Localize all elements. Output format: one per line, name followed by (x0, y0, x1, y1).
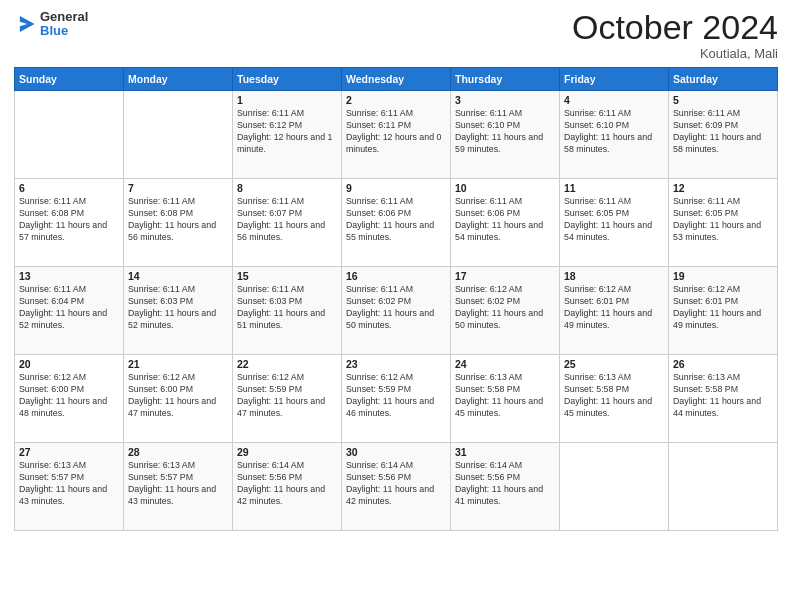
day-info: Sunrise: 6:11 AMSunset: 6:03 PMDaylight:… (237, 284, 337, 332)
day-info: Sunrise: 6:11 AMSunset: 6:08 PMDaylight:… (128, 196, 228, 244)
day-info: Sunrise: 6:11 AMSunset: 6:03 PMDaylight:… (128, 284, 228, 332)
logo-icon (14, 13, 36, 35)
day-info: Sunrise: 6:12 AMSunset: 6:01 PMDaylight:… (673, 284, 773, 332)
calendar-header-row: Sunday Monday Tuesday Wednesday Thursday… (15, 68, 778, 91)
calendar-week-row: 13Sunrise: 6:11 AMSunset: 6:04 PMDayligh… (15, 267, 778, 355)
day-number: 18 (564, 270, 664, 282)
col-thursday: Thursday (451, 68, 560, 91)
table-row: 1Sunrise: 6:11 AMSunset: 6:12 PMDaylight… (233, 91, 342, 179)
day-info: Sunrise: 6:14 AMSunset: 5:56 PMDaylight:… (237, 460, 337, 508)
table-row: 21Sunrise: 6:12 AMSunset: 6:00 PMDayligh… (124, 355, 233, 443)
table-row: 9Sunrise: 6:11 AMSunset: 6:06 PMDaylight… (342, 179, 451, 267)
table-row: 26Sunrise: 6:13 AMSunset: 5:58 PMDayligh… (669, 355, 778, 443)
day-info: Sunrise: 6:12 AMSunset: 6:00 PMDaylight:… (19, 372, 119, 420)
day-info: Sunrise: 6:12 AMSunset: 6:00 PMDaylight:… (128, 372, 228, 420)
day-number: 5 (673, 94, 773, 106)
table-row: 22Sunrise: 6:12 AMSunset: 5:59 PMDayligh… (233, 355, 342, 443)
day-info: Sunrise: 6:12 AMSunset: 6:01 PMDaylight:… (564, 284, 664, 332)
day-number: 25 (564, 358, 664, 370)
logo-blue: Blue (40, 24, 88, 38)
table-row: 25Sunrise: 6:13 AMSunset: 5:58 PMDayligh… (560, 355, 669, 443)
svg-marker-0 (20, 16, 35, 32)
table-row: 15Sunrise: 6:11 AMSunset: 6:03 PMDayligh… (233, 267, 342, 355)
logo-general: General (40, 10, 88, 24)
day-info: Sunrise: 6:14 AMSunset: 5:56 PMDaylight:… (346, 460, 446, 508)
page: General Blue October 2024 Koutiala, Mali… (0, 0, 792, 612)
col-sunday: Sunday (15, 68, 124, 91)
header: General Blue October 2024 Koutiala, Mali (14, 10, 778, 61)
calendar-table: Sunday Monday Tuesday Wednesday Thursday… (14, 67, 778, 531)
table-row: 10Sunrise: 6:11 AMSunset: 6:06 PMDayligh… (451, 179, 560, 267)
day-info: Sunrise: 6:11 AMSunset: 6:09 PMDaylight:… (673, 108, 773, 156)
day-number: 27 (19, 446, 119, 458)
day-number: 11 (564, 182, 664, 194)
table-row: 2Sunrise: 6:11 AMSunset: 6:11 PMDaylight… (342, 91, 451, 179)
table-row: 3Sunrise: 6:11 AMSunset: 6:10 PMDaylight… (451, 91, 560, 179)
day-info: Sunrise: 6:11 AMSunset: 6:05 PMDaylight:… (673, 196, 773, 244)
day-number: 20 (19, 358, 119, 370)
location: Koutiala, Mali (572, 46, 778, 61)
day-number: 23 (346, 358, 446, 370)
day-number: 3 (455, 94, 555, 106)
table-row: 28Sunrise: 6:13 AMSunset: 5:57 PMDayligh… (124, 443, 233, 531)
day-info: Sunrise: 6:12 AMSunset: 5:59 PMDaylight:… (346, 372, 446, 420)
col-saturday: Saturday (669, 68, 778, 91)
day-info: Sunrise: 6:14 AMSunset: 5:56 PMDaylight:… (455, 460, 555, 508)
day-info: Sunrise: 6:11 AMSunset: 6:11 PMDaylight:… (346, 108, 446, 156)
table-row: 7Sunrise: 6:11 AMSunset: 6:08 PMDaylight… (124, 179, 233, 267)
col-friday: Friday (560, 68, 669, 91)
day-number: 31 (455, 446, 555, 458)
table-row: 31Sunrise: 6:14 AMSunset: 5:56 PMDayligh… (451, 443, 560, 531)
day-info: Sunrise: 6:13 AMSunset: 5:57 PMDaylight:… (128, 460, 228, 508)
day-number: 24 (455, 358, 555, 370)
day-number: 9 (346, 182, 446, 194)
col-monday: Monday (124, 68, 233, 91)
day-number: 8 (237, 182, 337, 194)
day-number: 22 (237, 358, 337, 370)
table-row (124, 91, 233, 179)
table-row: 30Sunrise: 6:14 AMSunset: 5:56 PMDayligh… (342, 443, 451, 531)
table-row: 20Sunrise: 6:12 AMSunset: 6:00 PMDayligh… (15, 355, 124, 443)
table-row (15, 91, 124, 179)
day-number: 14 (128, 270, 228, 282)
table-row: 4Sunrise: 6:11 AMSunset: 6:10 PMDaylight… (560, 91, 669, 179)
day-info: Sunrise: 6:11 AMSunset: 6:07 PMDaylight:… (237, 196, 337, 244)
day-info: Sunrise: 6:12 AMSunset: 5:59 PMDaylight:… (237, 372, 337, 420)
table-row: 12Sunrise: 6:11 AMSunset: 6:05 PMDayligh… (669, 179, 778, 267)
day-number: 12 (673, 182, 773, 194)
day-number: 16 (346, 270, 446, 282)
day-info: Sunrise: 6:12 AMSunset: 6:02 PMDaylight:… (455, 284, 555, 332)
table-row: 24Sunrise: 6:13 AMSunset: 5:58 PMDayligh… (451, 355, 560, 443)
logo: General Blue (14, 10, 88, 39)
table-row: 29Sunrise: 6:14 AMSunset: 5:56 PMDayligh… (233, 443, 342, 531)
day-number: 30 (346, 446, 446, 458)
day-info: Sunrise: 6:11 AMSunset: 6:10 PMDaylight:… (455, 108, 555, 156)
day-number: 4 (564, 94, 664, 106)
day-number: 19 (673, 270, 773, 282)
day-number: 10 (455, 182, 555, 194)
day-info: Sunrise: 6:13 AMSunset: 5:58 PMDaylight:… (564, 372, 664, 420)
day-info: Sunrise: 6:11 AMSunset: 6:12 PMDaylight:… (237, 108, 337, 156)
table-row: 14Sunrise: 6:11 AMSunset: 6:03 PMDayligh… (124, 267, 233, 355)
day-info: Sunrise: 6:13 AMSunset: 5:58 PMDaylight:… (673, 372, 773, 420)
day-info: Sunrise: 6:11 AMSunset: 6:02 PMDaylight:… (346, 284, 446, 332)
calendar-week-row: 6Sunrise: 6:11 AMSunset: 6:08 PMDaylight… (15, 179, 778, 267)
day-number: 21 (128, 358, 228, 370)
table-row: 5Sunrise: 6:11 AMSunset: 6:09 PMDaylight… (669, 91, 778, 179)
table-row: 16Sunrise: 6:11 AMSunset: 6:02 PMDayligh… (342, 267, 451, 355)
day-info: Sunrise: 6:11 AMSunset: 6:05 PMDaylight:… (564, 196, 664, 244)
table-row: 18Sunrise: 6:12 AMSunset: 6:01 PMDayligh… (560, 267, 669, 355)
table-row: 23Sunrise: 6:12 AMSunset: 5:59 PMDayligh… (342, 355, 451, 443)
day-info: Sunrise: 6:11 AMSunset: 6:08 PMDaylight:… (19, 196, 119, 244)
day-info: Sunrise: 6:11 AMSunset: 6:10 PMDaylight:… (564, 108, 664, 156)
day-number: 15 (237, 270, 337, 282)
day-number: 1 (237, 94, 337, 106)
day-number: 26 (673, 358, 773, 370)
day-info: Sunrise: 6:13 AMSunset: 5:57 PMDaylight:… (19, 460, 119, 508)
table-row: 6Sunrise: 6:11 AMSunset: 6:08 PMDaylight… (15, 179, 124, 267)
day-info: Sunrise: 6:13 AMSunset: 5:58 PMDaylight:… (455, 372, 555, 420)
table-row: 17Sunrise: 6:12 AMSunset: 6:02 PMDayligh… (451, 267, 560, 355)
col-wednesday: Wednesday (342, 68, 451, 91)
table-row: 11Sunrise: 6:11 AMSunset: 6:05 PMDayligh… (560, 179, 669, 267)
day-number: 17 (455, 270, 555, 282)
